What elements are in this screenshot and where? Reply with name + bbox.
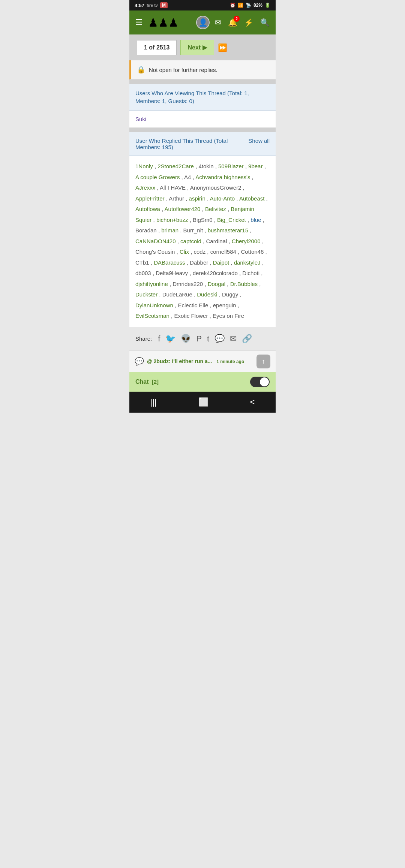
chat-preview-text: @ 2budz: I'll either run a... 1 minute a… <box>147 358 254 364</box>
member-name[interactable]: Big_Cricket <box>217 217 246 223</box>
member-name[interactable]: Autobeast <box>239 195 265 202</box>
member-name[interactable]: dankstyleJ <box>234 259 261 266</box>
lightning-button[interactable]: ⚡ <box>244 18 254 27</box>
member-separator: , <box>158 227 161 233</box>
upload-button[interactable]: ↑ <box>256 355 270 368</box>
member-separator: , <box>227 281 230 287</box>
chat-preview-bar: 💬 @ 2budz: I'll either run a... 1 minute… <box>129 350 276 372</box>
viewing-user[interactable]: Suki <box>129 111 276 128</box>
skip-button[interactable]: ⏩ <box>218 43 227 52</box>
member-name[interactable]: 2Stoned2Care <box>158 163 194 169</box>
member-name[interactable]: Duggy <box>222 291 238 298</box>
member-name[interactable]: db003 <box>135 270 151 276</box>
next-button[interactable]: Next ▶ <box>180 40 214 55</box>
member-name[interactable]: briman <box>161 227 178 233</box>
member-separator: , <box>263 217 264 223</box>
member-name[interactable]: A4 <box>184 174 191 180</box>
show-all-button[interactable]: Show all <box>248 138 270 144</box>
member-name[interactable]: Achvandra highness's <box>195 174 250 180</box>
member-name[interactable]: captcold <box>180 238 201 244</box>
member-name[interactable]: CTb1 <box>135 259 149 266</box>
member-name[interactable]: bushmasterar15 <box>208 227 248 233</box>
member-name[interactable]: Cardinal <box>206 238 227 244</box>
member-name[interactable]: Belivitez <box>205 206 226 212</box>
member-name[interactable]: Boradan <box>135 227 157 233</box>
member-name[interactable]: All I HAVE <box>160 184 186 191</box>
member-name[interactable]: BigSm0 <box>193 217 213 223</box>
twitter-share-button[interactable]: 🐦 <box>165 334 176 344</box>
chat-username[interactable]: 2budz <box>154 358 169 364</box>
link-share-button[interactable]: 🔗 <box>242 334 252 344</box>
member-name[interactable]: Eyes on Fire <box>213 313 244 319</box>
status-bar: 4:57 fire tv M ⏰ 📶 📡 82% 🔋 <box>129 0 276 10</box>
avatar-image: 👤 <box>198 18 208 27</box>
member-name[interactable]: Doogal <box>208 281 226 287</box>
user-avatar[interactable]: 👤 <box>196 16 210 29</box>
member-name[interactable]: Daipot <box>213 259 229 266</box>
menu-button[interactable]: ☰ <box>135 18 143 27</box>
member-separator: , <box>154 163 158 169</box>
member-name[interactable]: A couple Growers <box>135 174 180 180</box>
member-name[interactable]: Cheryl2000 <box>232 238 261 244</box>
pinterest-share-button[interactable]: P <box>196 334 202 344</box>
member-name[interactable]: Arthur <box>169 195 184 202</box>
member-name[interactable]: Autoflowa <box>135 206 160 212</box>
member-name[interactable]: 9bear <box>248 163 262 169</box>
member-name[interactable]: codz <box>194 248 206 255</box>
member-name[interactable]: Auto-Anto <box>210 195 235 202</box>
nav-back-button[interactable]: < <box>250 397 255 407</box>
member-separator: , <box>262 238 264 244</box>
member-separator: , <box>239 270 242 276</box>
member-separator: , <box>187 259 190 266</box>
member-name[interactable]: DABaracuss <box>154 259 185 266</box>
wifi-icon: 📶 <box>238 3 243 8</box>
member-name[interactable]: EvilScotsman <box>135 313 170 319</box>
member-name[interactable]: derek420colorado <box>193 270 238 276</box>
member-name[interactable]: epenguin <box>213 302 236 308</box>
member-name[interactable]: bichon+buzz <box>156 217 188 223</box>
member-separator: , <box>153 217 156 223</box>
member-name[interactable]: Autoflower420 <box>165 206 201 212</box>
member-name[interactable]: Burr_nit <box>183 227 203 233</box>
search-button[interactable]: 🔍 <box>260 18 270 27</box>
member-name[interactable]: Dudeski <box>197 291 217 298</box>
member-separator: , <box>266 195 268 202</box>
email-share-button[interactable]: ✉ <box>230 334 237 344</box>
member-name[interactable]: cornell584 <box>210 248 236 255</box>
member-name[interactable]: 4tokin <box>198 163 213 169</box>
reddit-share-button[interactable]: 👽 <box>181 334 191 344</box>
member-name[interactable]: Dmrides220 <box>172 281 203 287</box>
member-separator: , <box>207 248 210 255</box>
member-name[interactable]: AJrexxx <box>135 184 155 191</box>
facebook-share-button[interactable]: f <box>158 334 160 344</box>
mail-button[interactable]: ✉ <box>215 18 221 27</box>
member-name[interactable]: CaNNaDON420 <box>135 238 176 244</box>
member-name[interactable]: Dabber <box>190 259 208 266</box>
member-name[interactable]: AppleFritter <box>135 195 165 202</box>
site-logo[interactable]: ♟♟♟ <box>148 16 178 29</box>
member-name[interactable]: DylanUnknown <box>135 302 173 308</box>
member-name[interactable]: 1Nonly <box>135 163 153 169</box>
whatsapp-share-button[interactable]: 💬 <box>214 334 225 344</box>
notification-button[interactable]: 🔔 2 <box>228 18 237 27</box>
member-name[interactable]: Chong's Cousin <box>135 248 175 255</box>
nav-menu-button[interactable]: ||| <box>150 397 156 407</box>
member-name[interactable]: DudeLaRue <box>162 291 192 298</box>
member-name[interactable]: aspirin <box>189 195 206 202</box>
member-name[interactable]: Clix <box>180 248 189 255</box>
nav-home-button[interactable]: ⬜ <box>198 397 208 407</box>
tumblr-share-button[interactable]: t <box>207 334 209 344</box>
member-name[interactable]: Dichoti <box>242 270 260 276</box>
member-name[interactable]: Cotton46 <box>241 248 264 255</box>
member-name[interactable]: djshiftyonline <box>135 281 168 287</box>
member-name[interactable]: Duckster <box>135 291 158 298</box>
member-separator: , <box>157 184 160 191</box>
member-name[interactable]: Eclectic Elle <box>178 302 208 308</box>
member-name[interactable]: Delta9Heavy <box>156 270 188 276</box>
member-name[interactable]: 509Blazer <box>218 163 244 169</box>
chat-toggle[interactable] <box>250 377 270 387</box>
member-name[interactable]: Dr.Bubbles <box>230 281 258 287</box>
member-name[interactable]: AnonymousGrower2 <box>190 184 242 191</box>
member-name[interactable]: blue <box>250 217 261 223</box>
member-name[interactable]: Exotic Flower <box>174 313 208 319</box>
